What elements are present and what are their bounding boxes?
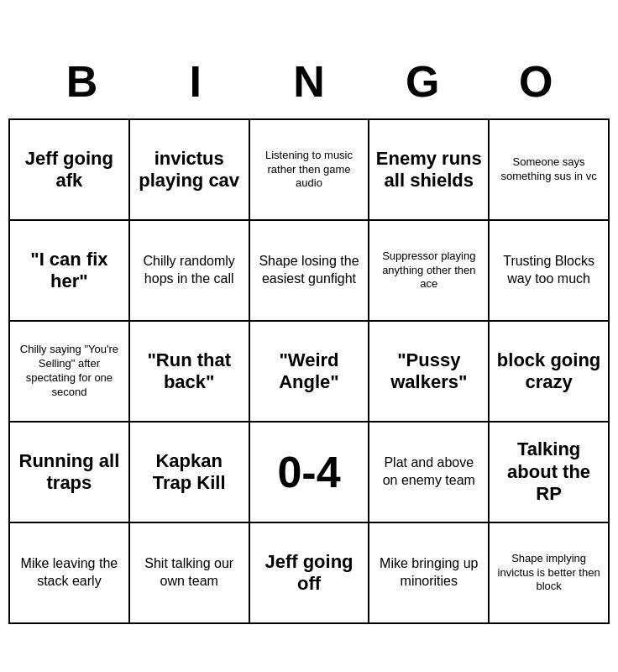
- bingo-cell-17: 0-4: [250, 423, 370, 523]
- letter-b: B: [28, 56, 137, 107]
- cell-text-23: Mike bringing up minorities: [374, 555, 483, 591]
- bingo-cell-0: Jeff going afk: [10, 120, 130, 221]
- cell-text-16: Kapkan Trap Kill: [135, 450, 244, 495]
- cell-text-24: Shape implying invictus is better then b…: [495, 552, 603, 595]
- bingo-cell-20: Mike leaving the stack early: [10, 523, 130, 624]
- bingo-cell-14: block going crazy: [490, 322, 610, 423]
- bingo-cell-9: Trusting Blocks way too much: [490, 221, 610, 322]
- cell-text-1: invictus playing cav: [135, 148, 244, 192]
- bingo-cell-3: Enemy runs all shields: [369, 120, 490, 221]
- cell-text-20: Mike leaving the stack early: [15, 555, 123, 591]
- bingo-cell-4: Someone says something sus in vc: [490, 120, 610, 221]
- cell-text-4: Someone says something sus in vc: [495, 155, 603, 184]
- cell-text-3: Enemy runs all shields: [374, 148, 483, 192]
- cell-text-22: Jeff going off: [255, 551, 364, 596]
- bingo-cell-23: Mike bringing up minorities: [369, 523, 490, 624]
- cell-text-12: "Weird Angle": [255, 349, 364, 394]
- cell-text-11: "Run that back": [135, 349, 244, 394]
- cell-text-13: "Pussy walkers": [374, 349, 483, 394]
- bingo-cell-21: Shit talking our own team: [130, 523, 250, 624]
- bingo-cell-1: invictus playing cav: [130, 120, 250, 221]
- cell-text-18: Plat and above on enemy team: [374, 454, 483, 490]
- bingo-card: B I N G O Jeff going afkinvictus playing…: [0, 39, 618, 633]
- cell-text-5: "I can fix her": [15, 249, 123, 293]
- bingo-cell-6: Chilly randomly hops in the call: [130, 221, 250, 322]
- bingo-grid: Jeff going afkinvictus playing cavListen…: [8, 118, 610, 624]
- bingo-cell-8: Suppressor playing anything other then a…: [369, 221, 490, 322]
- cell-text-19: Talking about the RP: [495, 438, 603, 505]
- bingo-cell-2: Listening to music rather then game audi…: [250, 120, 370, 221]
- cell-text-21: Shit talking our own team: [135, 555, 244, 591]
- bingo-title: B I N G O: [8, 48, 610, 115]
- cell-text-17: 0-4: [277, 447, 340, 497]
- cell-text-15: Running all traps: [15, 450, 123, 495]
- bingo-cell-24: Shape implying invictus is better then b…: [490, 523, 610, 624]
- bingo-cell-11: "Run that back": [130, 322, 250, 423]
- cell-text-8: Suppressor playing anything other then a…: [374, 249, 483, 292]
- letter-i: I: [141, 56, 250, 107]
- letter-o: O: [481, 56, 590, 107]
- bingo-cell-19: Talking about the RP: [490, 423, 610, 523]
- cell-text-9: Trusting Blocks way too much: [495, 253, 603, 288]
- bingo-cell-12: "Weird Angle": [250, 322, 370, 423]
- cell-text-14: block going crazy: [495, 349, 603, 394]
- cell-text-2: Listening to music rather then game audi…: [255, 149, 364, 192]
- cell-text-7: Shape losing the easiest gunfight: [255, 253, 364, 288]
- letter-n: N: [254, 56, 364, 107]
- bingo-cell-10: Chilly saying "You're Selling" after spe…: [10, 322, 130, 423]
- bingo-cell-16: Kapkan Trap Kill: [130, 423, 250, 523]
- bingo-cell-13: "Pussy walkers": [369, 322, 490, 423]
- bingo-cell-18: Plat and above on enemy team: [369, 423, 490, 523]
- bingo-cell-5: "I can fix her": [10, 221, 130, 322]
- bingo-cell-15: Running all traps: [10, 423, 130, 523]
- bingo-cell-7: Shape losing the easiest gunfight: [250, 221, 370, 322]
- cell-text-6: Chilly randomly hops in the call: [135, 253, 244, 288]
- cell-text-10: Chilly saying "You're Selling" after spe…: [15, 343, 123, 400]
- bingo-cell-22: Jeff going off: [250, 523, 370, 624]
- letter-g: G: [368, 56, 477, 107]
- cell-text-0: Jeff going afk: [15, 148, 123, 192]
